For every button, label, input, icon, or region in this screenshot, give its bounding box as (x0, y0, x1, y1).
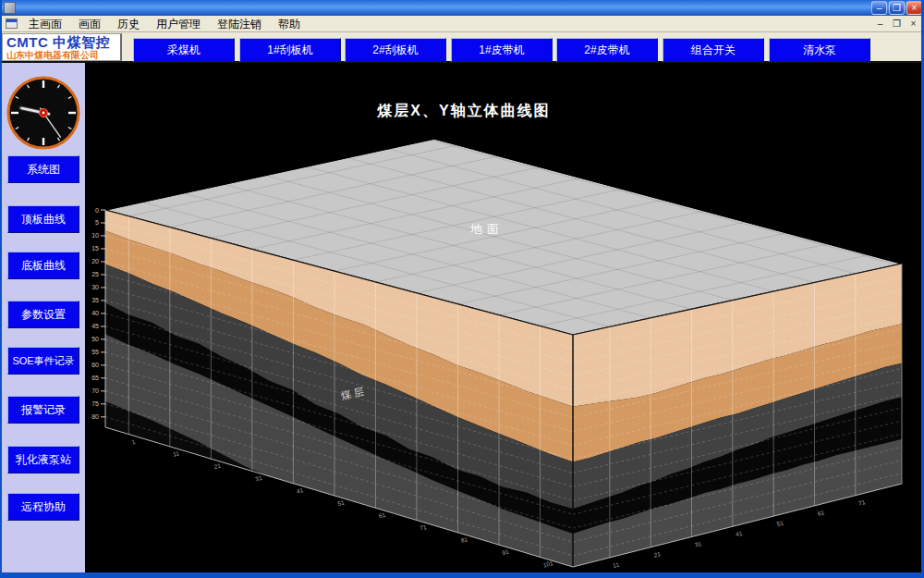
svg-text:41: 41 (296, 486, 304, 495)
menu-item[interactable]: 用户管理 (148, 16, 209, 32)
chart-area: 煤层X、Y轴立体曲线图 0510152025303540455055606570… (85, 63, 923, 572)
svg-text:11: 11 (172, 449, 180, 458)
svg-text:11: 11 (612, 560, 620, 569)
svg-text:75: 75 (91, 400, 99, 407)
menu-item[interactable]: 登陆注销 (209, 16, 270, 32)
menu-items: 主画面画面历史用户管理登陆注销帮助 (20, 16, 309, 32)
menu-item[interactable]: 历史 (109, 16, 148, 32)
svg-text:55: 55 (91, 349, 99, 355)
titlebar: –❐× (0, 0, 924, 16)
svg-text:0: 0 (95, 207, 99, 214)
mdi-restore-button[interactable]: ❐ (890, 18, 904, 30)
svg-text:20: 20 (91, 258, 99, 264)
sidebar-nav-button[interactable]: 参数设置 (7, 301, 79, 328)
svg-text:50: 50 (91, 336, 99, 342)
device-button[interactable]: 组合开关 (663, 38, 764, 62)
header-strip: CMTC 中煤智控 山东中煤电器有限公司 采煤机1#刮板机2#刮板机1#皮带机2… (2, 32, 924, 63)
svg-text:1: 1 (131, 438, 137, 446)
svg-text:101: 101 (542, 560, 554, 569)
window-restore-button[interactable]: ❐ (889, 1, 905, 15)
sidebar-nav-button[interactable]: SOE事件记录 (7, 347, 79, 375)
logo-title: CMTC 中煤智控 (6, 35, 116, 50)
window-minimize-button[interactable]: – (871, 1, 887, 15)
svg-text:71: 71 (857, 498, 866, 507)
mdi-window-buttons: –❐× (873, 18, 920, 30)
coal-seam-3d-chart: 0510152025303540455055606570758011121314… (85, 63, 923, 572)
depth-axis-labels: 05101520253035404550556065707580 (91, 207, 105, 421)
app-icon (4, 2, 16, 14)
svg-text:61: 61 (817, 509, 825, 517)
svg-text:51: 51 (776, 519, 784, 527)
svg-text:25: 25 (91, 271, 99, 277)
svg-text:35: 35 (91, 297, 99, 303)
svg-text:61: 61 (378, 511, 386, 520)
child-window-icon[interactable] (6, 18, 18, 29)
svg-text:71: 71 (419, 523, 428, 532)
svg-text:45: 45 (91, 323, 99, 329)
menu-item[interactable]: 帮助 (270, 16, 309, 32)
menubar: 主画面画面历史用户管理登陆注销帮助 –❐× (2, 16, 924, 32)
app-window: –❐× 主画面画面历史用户管理登陆注销帮助 –❐× CMTC 中煤智控 山东中煤… (0, 0, 924, 578)
menu-item[interactable]: 画面 (70, 16, 109, 32)
window-close-button[interactable]: × (906, 1, 922, 15)
svg-text:80: 80 (91, 413, 99, 420)
svg-text:60: 60 (91, 362, 99, 368)
device-button[interactable]: 2#刮板机 (345, 38, 446, 62)
logo-subtitle: 山东中煤电器有限公司 (6, 50, 116, 60)
svg-text:15: 15 (91, 245, 99, 252)
svg-text:10: 10 (91, 232, 99, 239)
svg-text:65: 65 (91, 375, 99, 381)
sidebar-nav-button[interactable]: 远程协助 (7, 493, 79, 521)
svg-text:21: 21 (653, 550, 662, 559)
svg-text:81: 81 (460, 535, 468, 544)
mdi-minimize-button[interactable]: – (873, 18, 887, 30)
sidebar-nav-button[interactable]: 乳化液泵站 (7, 446, 79, 473)
device-button[interactable]: 清水泵 (769, 38, 870, 62)
svg-text:41: 41 (735, 530, 743, 538)
sidebar-nav-button[interactable]: 顶板曲线 (7, 205, 79, 233)
sidebar-nav-button[interactable]: 系统图 (7, 155, 79, 183)
svg-text:5: 5 (95, 219, 99, 226)
ground-surface-label: 地面 (470, 222, 504, 236)
company-logo: CMTC 中煤智控 山东中煤电器有限公司 (2, 33, 122, 61)
menu-item[interactable]: 主画面 (20, 16, 70, 32)
device-button[interactable]: 采煤机 (133, 38, 235, 62)
device-button[interactable]: 2#皮带机 (556, 38, 658, 62)
sidebar-nav-button[interactable]: 底板曲线 (7, 252, 79, 279)
svg-text:21: 21 (213, 461, 222, 470)
sidebar-nav-button[interactable]: 报警记录 (7, 396, 79, 424)
device-button[interactable]: 1#皮带机 (451, 38, 553, 62)
device-button[interactable]: 1#刮板机 (239, 38, 341, 62)
svg-text:31: 31 (254, 474, 262, 483)
svg-text:31: 31 (694, 540, 702, 548)
svg-text:70: 70 (91, 387, 99, 394)
analog-clock (3, 67, 84, 159)
sidebar: 系统图顶板曲线底板曲线参数设置SOE事件记录报警记录乳化液泵站远程协助 (2, 63, 85, 572)
svg-text:40: 40 (91, 310, 99, 316)
svg-text:51: 51 (336, 498, 345, 507)
svg-text:91: 91 (502, 547, 510, 556)
titlebar-buttons: –❐× (871, 1, 922, 15)
mdi-close-button[interactable]: × (906, 18, 920, 30)
svg-text:30: 30 (91, 284, 99, 290)
